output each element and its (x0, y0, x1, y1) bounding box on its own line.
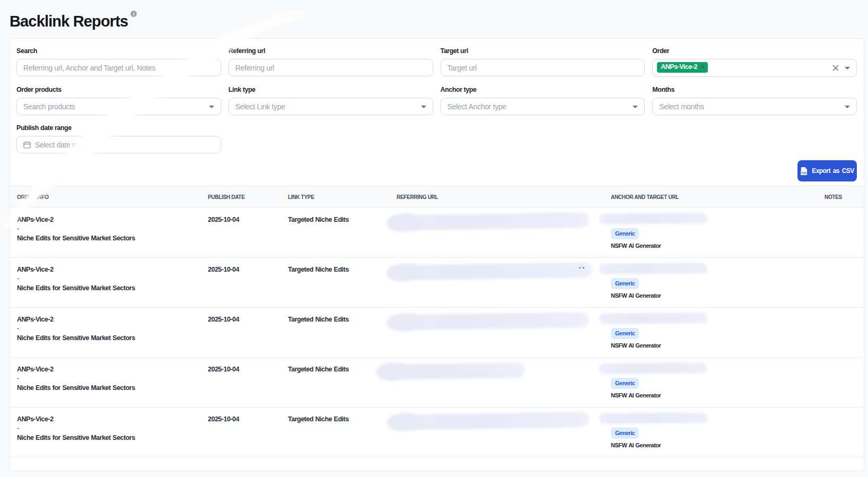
clear-order-icon[interactable] (832, 65, 839, 71)
export-csv-button[interactable]: CSV Export as CSV (797, 160, 857, 181)
field-order: Order ANPs-Vice-2 × (652, 47, 857, 77)
redacted-referring-url (388, 262, 592, 281)
link-type-label: Link type (229, 85, 433, 94)
chevron-down-icon (209, 106, 214, 108)
target-name: NSFW AI Generator (611, 341, 817, 350)
field-target-url: Target url Target url (441, 47, 645, 77)
target-name: NSFW AI Generator (611, 291, 817, 300)
order-separator: - (17, 324, 200, 333)
svg-text:CSV: CSV (801, 171, 807, 174)
months-select[interactable]: Select months (652, 98, 857, 115)
anchor-target-cell: Generic NSFW AI Generator (603, 208, 817, 258)
notes-cell (817, 358, 864, 407)
info-icon[interactable]: i (130, 11, 137, 17)
order-name: ANPs-Vice-2 (17, 315, 200, 324)
table-row: ANPs-Vice-2 - Niche Edits for Sensitive … (10, 258, 864, 308)
order-info-cell: ANPs-Vice-2 - Niche Edits for Sensitive … (10, 407, 200, 457)
field-order-products: Order products Search products (16, 85, 221, 115)
col-anchor-target-url: ANCHOR AND TARGET URL (603, 186, 817, 208)
order-name: ANPs-Vice-2 (17, 215, 200, 224)
referring-url-cell (389, 258, 603, 308)
anchor-target-cell: Generic NSFW AI Generator (603, 308, 817, 358)
table-header-row: ORDER INFO PUBLISH DATE LINK TYPE REFERR… (10, 186, 864, 208)
link-type-cell: Targeted Niche Edits (280, 308, 389, 358)
publish-date-range-label: Publish date range (16, 124, 221, 133)
referring-url-cell (389, 308, 603, 358)
search-placeholder: Referring url, Anchor and Target url, No… (23, 64, 155, 72)
months-placeholder: Select months (659, 102, 704, 111)
page-title: Backlink Reports (10, 13, 128, 30)
order-info-cell: ANPs-Vice-2 - Niche Edits for Sensitive … (10, 258, 200, 308)
publish-date-cell: 2025-10-04 (200, 258, 280, 308)
chevron-down-icon (633, 106, 638, 108)
remove-tag-icon[interactable]: × (701, 64, 705, 70)
referring-url-cell (389, 407, 603, 457)
field-search: Search Referring url, Anchor and Target … (16, 47, 221, 77)
order-info-cell: ANPs-Vice-2 - Niche Edits for Sensitive … (10, 308, 200, 358)
reports-card: Search Referring url, Anchor and Target … (9, 38, 864, 471)
col-referring-url: REFERRING URL (389, 186, 603, 208)
redacted-referring-url (388, 212, 589, 231)
notes-cell (817, 208, 864, 258)
order-product: Niche Edits for Sensitive Market Sectors (17, 384, 200, 393)
anchor-target-cell: Generic NSFW AI Generator (603, 407, 817, 457)
link-type-cell: Targeted Niche Edits (280, 258, 389, 308)
filters-panel: Search Referring url, Anchor and Target … (16, 47, 857, 153)
field-referring-url: Referring url Referring url (229, 47, 433, 77)
notes-cell (817, 308, 864, 358)
order-name: ANPs-Vice-2 (17, 415, 200, 424)
csv-file-icon: CSV (800, 167, 808, 175)
search-input[interactable]: Referring url, Anchor and Target url, No… (16, 59, 221, 76)
backlink-table: ORDER INFO PUBLISH DATE LINK TYPE REFERR… (10, 186, 864, 457)
referring-url-input[interactable]: Referring url (229, 59, 433, 76)
col-publish-date: PUBLISH DATE (200, 186, 280, 208)
redacted-referring-url (388, 312, 589, 331)
publish-date-range-input[interactable]: Select date range (16, 136, 221, 153)
order-multiselect[interactable]: ANPs-Vice-2 × (652, 59, 857, 77)
referring-url-placeholder: Referring url (235, 64, 274, 72)
order-separator: - (17, 374, 200, 383)
publish-date-cell: 2025-10-04 (200, 407, 280, 457)
field-publish-date-range: Publish date range Select date range (16, 124, 221, 153)
publish-date-cell: 2025-10-04 (200, 208, 280, 258)
anchor-target-cell: Generic NSFW AI Generator (603, 258, 817, 308)
anchor-type-badge: Generic (611, 428, 639, 439)
target-url-input[interactable]: Target url (441, 59, 645, 76)
table-row: ANPs-Vice-2 - Niche Edits for Sensitive … (10, 208, 864, 258)
anchor-type-badge: Generic (611, 228, 639, 239)
order-info-cell: ANPs-Vice-2 - Niche Edits for Sensitive … (10, 358, 200, 407)
link-type-cell: Targeted Niche Edits (280, 358, 389, 407)
order-products-label: Order products (16, 85, 221, 94)
order-separator: - (17, 424, 200, 433)
target-name: NSFW AI Generator (611, 391, 817, 400)
order-separator: - (17, 224, 200, 233)
backlink-reports-page: Backlink Reports i Search Referring url,… (0, 0, 868, 477)
order-product: Niche Edits for Sensitive Market Sectors (17, 433, 200, 443)
order-separator: - (17, 274, 200, 283)
months-label: Months (652, 85, 857, 94)
referring-url-cell (389, 208, 603, 258)
order-product: Niche Edits for Sensitive Market Sectors (17, 334, 200, 343)
col-link-type: LINK TYPE (280, 186, 389, 208)
anchor-type-badge: Generic (611, 378, 639, 389)
redacted-referring-url (388, 412, 589, 430)
chevron-down-icon (845, 67, 850, 70)
publish-date-cell: 2025-10-04 (200, 308, 280, 358)
target-url-label: Target url (441, 47, 645, 56)
notes-cell (817, 258, 864, 308)
target-name: NSFW AI Generator (611, 441, 817, 450)
order-selected-tag: ANPs-Vice-2 × (657, 62, 707, 73)
order-name: ANPs-Vice-2 (17, 365, 200, 374)
table-row: ANPs-Vice-2 - Niche Edits for Sensitive … (10, 407, 864, 457)
link-type-placeholder: Select Link type (235, 102, 285, 111)
order-product: Niche Edits for Sensitive Market Sectors (17, 234, 200, 243)
link-type-select[interactable]: Select Link type (229, 98, 433, 115)
order-tag-label: ANPs-Vice-2 (661, 63, 697, 71)
redacted-referring-url (378, 362, 525, 380)
chevron-down-icon (421, 106, 426, 108)
anchor-type-select[interactable]: Select Anchor type (441, 98, 645, 115)
anchor-type-placeholder: Select Anchor type (448, 102, 506, 111)
order-products-select[interactable]: Search products (16, 98, 221, 115)
publish-date-cell: 2025-10-04 (200, 358, 280, 407)
order-products-placeholder: Search products (23, 102, 75, 111)
